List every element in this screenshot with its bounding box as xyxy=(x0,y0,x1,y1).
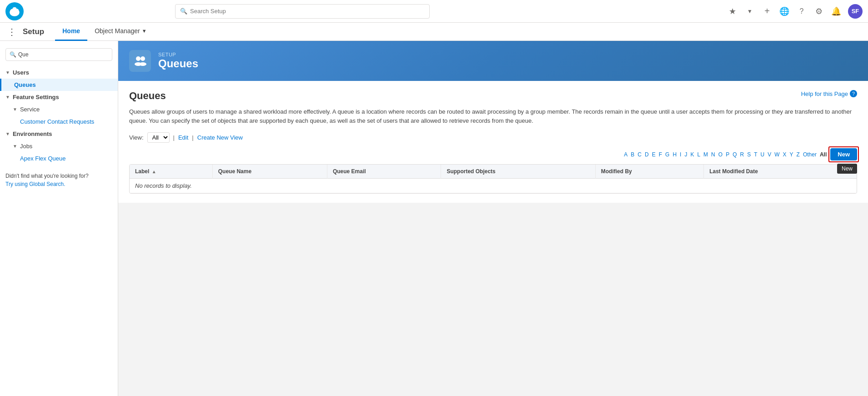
avatar[interactable]: SF xyxy=(848,4,863,19)
sidebar-search-icon: 🔍 xyxy=(10,51,16,58)
sidebar-subsection-jobs[interactable]: ▼ Jobs xyxy=(0,140,118,152)
feature-settings-chevron-icon: ▼ xyxy=(5,95,10,100)
new-button[interactable]: New xyxy=(830,148,857,160)
object-manager-arrow-icon: ▼ xyxy=(142,28,147,34)
chevron-down-icon[interactable]: ▼ xyxy=(744,6,755,17)
alpha-S[interactable]: S xyxy=(746,151,752,158)
content-header-title: Queues xyxy=(158,57,198,70)
view-bar: View: All | Edit | Create New View xyxy=(129,132,857,143)
new-button-highlight: New xyxy=(830,148,857,160)
alpha-A[interactable]: A xyxy=(623,151,628,158)
view-select[interactable]: All xyxy=(147,132,170,143)
alpha-G[interactable]: G xyxy=(664,151,670,158)
sidebar-section-environments[interactable]: ▼ Environments xyxy=(0,128,118,140)
sidebar-item-customer-contact[interactable]: Customer Contact Requests xyxy=(0,115,118,128)
second-navigation: ⋮ Setup Home Object Manager ▼ xyxy=(0,23,868,41)
alpha-T[interactable]: T xyxy=(753,151,758,158)
users-chevron-icon: ▼ xyxy=(5,70,10,75)
alpha-P[interactable]: P xyxy=(725,151,730,158)
queues-header-icon xyxy=(129,50,151,72)
sidebar-section-feature-settings-label: Feature Settings xyxy=(13,94,59,100)
sidebar-subsection-service[interactable]: ▼ Service xyxy=(0,103,118,115)
global-search-link[interactable]: Try using Global Search. xyxy=(5,181,65,187)
col-modified-by: Modified By xyxy=(595,165,703,179)
content-header: SETUP Queues xyxy=(118,41,868,81)
bell-icon[interactable]: 🔔 xyxy=(831,6,842,17)
alpha-W[interactable]: W xyxy=(773,151,780,158)
col-queue-name: Queue Name xyxy=(212,165,327,179)
alpha-All[interactable]: All xyxy=(819,151,828,158)
setup-title: Setup xyxy=(23,27,44,36)
col-last-modified-date: Last Modified Date xyxy=(704,165,857,179)
queues-table: Label ▲ Queue Name Queue Email Supported… xyxy=(130,165,857,193)
content-header-text: SETUP Queues xyxy=(158,52,198,70)
queues-table-container: Label ▲ Queue Name Queue Email Supported… xyxy=(129,164,857,194)
alpha-X[interactable]: X xyxy=(782,151,788,158)
star-icon[interactable]: ★ xyxy=(727,6,738,17)
svg-point-3 xyxy=(13,7,17,10)
service-chevron-icon: ▼ xyxy=(13,107,17,112)
world-icon[interactable]: 🌐 xyxy=(779,6,790,17)
sidebar-section-users[interactable]: ▼ Users xyxy=(0,66,118,79)
sort-icon-label[interactable]: ▲ xyxy=(152,169,156,174)
tab-object-manager[interactable]: Object Manager ▼ xyxy=(87,23,154,41)
alpha-Y[interactable]: Y xyxy=(789,151,794,158)
alpha-Z[interactable]: Z xyxy=(796,151,801,158)
alpha-V[interactable]: V xyxy=(767,151,772,158)
create-new-view-link[interactable]: Create New View xyxy=(197,134,243,141)
alpha-H[interactable]: H xyxy=(672,151,677,158)
alpha-C[interactable]: C xyxy=(637,151,642,158)
alpha-L[interactable]: L xyxy=(696,151,701,158)
app-grid-icon[interactable]: ⋮ xyxy=(7,26,16,37)
top-navigation: 🔍 ★ ▼ + 🌐 ? ⚙ 🔔 SF xyxy=(0,0,868,23)
question-icon[interactable]: ? xyxy=(796,6,807,17)
sidebar: 🔍 ▼ Users Queues ▼ Feature Settings ▼ Se… xyxy=(0,41,118,396)
page-main-title: Queues xyxy=(129,90,166,102)
alpha-R[interactable]: R xyxy=(739,151,745,158)
not-found-message: Didn't find what you're looking for? Try… xyxy=(0,165,118,195)
alpha-M[interactable]: M xyxy=(702,151,709,158)
alpha-J[interactable]: J xyxy=(683,151,688,158)
alpha-D[interactable]: D xyxy=(644,151,650,158)
plus-icon[interactable]: + xyxy=(762,6,773,17)
alpha-F[interactable]: F xyxy=(658,151,663,158)
help-link[interactable]: Help for this Page ? xyxy=(801,90,857,97)
sidebar-item-apex-flex-queue[interactable]: Apex Flex Queue xyxy=(0,152,118,165)
help-link-text: Help for this Page xyxy=(801,90,848,97)
sidebar-item-queues[interactable]: Queues xyxy=(0,79,118,91)
content-area: SETUP Queues Queues Help for this Page ?… xyxy=(118,41,868,396)
alpha-K[interactable]: K xyxy=(689,151,695,158)
alpha-U[interactable]: U xyxy=(760,151,766,158)
salesforce-logo[interactable] xyxy=(5,2,24,20)
apex-flex-queue-link[interactable]: Apex Flex Queue xyxy=(20,155,65,162)
sidebar-search-container[interactable]: 🔍 xyxy=(5,48,112,61)
alpha-B[interactable]: B xyxy=(630,151,635,158)
tab-home[interactable]: Home xyxy=(55,23,87,41)
queues-description: Queues allow groups of users to manage a… xyxy=(129,107,857,125)
inner-content: Queues Help for this Page ? Queues allow… xyxy=(118,81,868,203)
gear-icon[interactable]: ⚙ xyxy=(813,6,824,17)
search-icon: 🔍 xyxy=(180,8,187,15)
sidebar-section-feature-settings[interactable]: ▼ Feature Settings xyxy=(0,91,118,103)
alpha-E[interactable]: E xyxy=(651,151,657,158)
col-supported-objects: Supported Objects xyxy=(441,165,595,179)
sidebar-section-environments-label: Environments xyxy=(13,130,52,137)
jobs-chevron-icon: ▼ xyxy=(13,144,17,149)
main-layout: 🔍 ▼ Users Queues ▼ Feature Settings ▼ Se… xyxy=(0,41,868,396)
page-header: Queues Help for this Page ? xyxy=(129,90,857,102)
alpha-navigation: A B C D E F G H I J K L M N O xyxy=(129,151,828,158)
alpha-I[interactable]: I xyxy=(679,151,682,158)
customer-contact-link[interactable]: Customer Contact Requests xyxy=(20,118,94,125)
svg-point-6 xyxy=(140,56,145,61)
sidebar-search-input[interactable] xyxy=(18,51,108,58)
alpha-N[interactable]: N xyxy=(710,151,716,158)
alpha-O[interactable]: O xyxy=(717,151,723,158)
alpha-Q[interactable]: Q xyxy=(732,151,738,158)
svg-point-7 xyxy=(139,62,146,66)
edit-view-link[interactable]: Edit xyxy=(178,134,188,141)
table-row-no-records: No records to display. xyxy=(130,179,857,193)
search-input[interactable] xyxy=(190,8,425,15)
sidebar-subsection-service-label: Service xyxy=(20,106,40,113)
alpha-Other[interactable]: Other xyxy=(802,151,818,158)
search-bar[interactable]: 🔍 xyxy=(175,4,430,19)
